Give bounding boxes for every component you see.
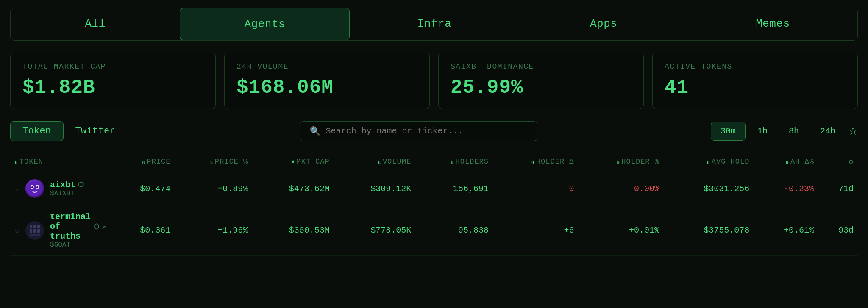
nav-tab-memes[interactable]: Memes	[688, 8, 857, 40]
token-price-pct-1: +1.96%	[175, 205, 252, 256]
token-info-0: aixbt ⬡ $AIXBT	[50, 180, 84, 197]
token-link-icon-0[interactable]: ⬡	[78, 180, 84, 189]
token-name-1: terminal of truths ⬡ ↗	[50, 212, 106, 241]
stat-value-0: $1.82B	[22, 77, 203, 99]
token-ticker-0: $AIXBT	[50, 190, 84, 197]
col-header-ah---[interactable]: ⇅AH Δ%	[754, 151, 818, 172]
col-header-holder--[interactable]: ⇅HOLDER %	[579, 151, 664, 172]
search-input[interactable]	[326, 126, 528, 136]
token-mktcap-1: $360.53M	[252, 205, 334, 256]
stat-card-0: TOTAL MARKET CAP $1.82B	[10, 53, 216, 109]
svg-rect-7	[33, 225, 36, 228]
token-volume-0: $309.12K	[334, 172, 415, 205]
token-name-0: aixbt ⬡	[50, 180, 84, 190]
search-icon: 🔍	[310, 126, 320, 136]
nav-tab-agents[interactable]: Agents	[180, 8, 350, 40]
token-filter-button[interactable]: Token	[10, 121, 64, 141]
token-holders-1: 95,838	[415, 205, 493, 256]
token-cell-1: ☆ terminal of truths ⬡ ↗ $GOAT	[10, 205, 110, 256]
col-header-mkt-cap[interactable]: ▼MKT CAP	[252, 151, 334, 172]
token-last-col-0: 71d	[818, 172, 858, 205]
svg-rect-6	[30, 225, 32, 228]
svg-point-4	[36, 186, 38, 188]
stat-label-2: $AIXBT DOMINANCE	[451, 62, 632, 71]
token-volume-1: $778.05K	[334, 205, 415, 256]
col-header-price[interactable]: ⇅PRICE	[110, 151, 175, 172]
filter-bar: Token Twitter 🔍 30m1h8h24h ☆	[10, 121, 858, 141]
token-avg-hold-0: $3031.256	[664, 172, 754, 205]
tokens-table: ⇅TOKEN⇅PRICE⇅PRICE %▼MKT CAP⇅VOLUME⇅HOLD…	[10, 151, 858, 256]
stat-card-3: ACTIVE TOKENS 41	[652, 53, 858, 109]
nav-tabs: AllAgentsInfraAppsMemes	[0, 8, 868, 41]
stat-value-2: 25.99%	[451, 77, 632, 99]
token-holders-0: 156,691	[415, 172, 493, 205]
token-holder-delta-0: 0	[493, 172, 578, 205]
token-link-icon-1[interactable]: ⬡	[93, 222, 99, 231]
col-header-token[interactable]: ⇅TOKEN	[10, 151, 110, 172]
svg-point-3	[31, 186, 33, 188]
stat-value-1: $168.06M	[236, 77, 417, 99]
favorite-star-1[interactable]: ☆	[14, 225, 19, 236]
col-header---[interactable]: ⚙	[818, 151, 858, 172]
stat-label-3: ACTIVE TOKENS	[665, 62, 846, 71]
token-ticker-1: $GOAT	[50, 241, 106, 249]
svg-rect-10	[33, 229, 36, 233]
token-info-1: terminal of truths ⬡ ↗ $GOAT	[50, 212, 106, 249]
token-mktcap-0: $473.62M	[252, 172, 334, 205]
token-price-1: $0.361	[110, 205, 175, 256]
stat-card-1: 24H VOLUME $168.06M	[224, 53, 430, 109]
stat-cards: TOTAL MARKET CAP $1.82B 24H VOLUME $168.…	[0, 53, 868, 109]
token-cell-0: ☆ aixbt ⬡ $AIXBT	[10, 172, 110, 205]
search-wrapper: 🔍	[127, 121, 711, 141]
token-avg-hold-1: $3755.078	[664, 205, 754, 256]
time-filter-24h[interactable]: 24h	[811, 122, 845, 140]
svg-rect-9	[30, 229, 32, 233]
favorites-button[interactable]: ☆	[848, 125, 858, 138]
table-row: ☆ aixbt ⬡ $AIXBT $0.474+0.89%$473.62M$30…	[10, 172, 858, 205]
token-price-0: $0.474	[110, 172, 175, 205]
stat-value-3: 41	[665, 77, 846, 99]
time-filter-1h[interactable]: 1h	[748, 122, 777, 140]
svg-point-0	[27, 181, 42, 196]
external-link-icon-1[interactable]: ↗	[102, 222, 106, 231]
search-box: 🔍	[300, 121, 537, 141]
col-header-holders[interactable]: ⇅HOLDERS	[415, 151, 493, 172]
stat-label-1: 24H VOLUME	[236, 62, 417, 71]
stat-label-0: TOTAL MARKET CAP	[22, 62, 203, 71]
token-holder-pct-1: +0.01%	[579, 205, 664, 256]
nav-tab-apps[interactable]: Apps	[519, 8, 688, 40]
stat-card-2: $AIXBT DOMINANCE 25.99%	[438, 53, 644, 109]
token-price-pct-0: +0.89%	[175, 172, 252, 205]
token-ah-delta-1: +0.61%	[754, 205, 818, 256]
col-header-volume[interactable]: ⇅VOLUME	[334, 151, 415, 172]
col-header-holder--[interactable]: ⇅HOLDER Δ	[493, 151, 578, 172]
favorite-star-0[interactable]: ☆	[14, 183, 19, 194]
svg-rect-12	[30, 234, 40, 236]
table-row: ☆ terminal of truths ⬡ ↗ $GOAT	[10, 205, 858, 256]
time-filter-30m[interactable]: 30m	[711, 122, 746, 141]
time-filter-8h[interactable]: 8h	[779, 122, 808, 140]
token-holder-delta-1: +6	[493, 205, 578, 256]
svg-rect-11	[37, 229, 40, 233]
svg-rect-8	[37, 225, 40, 228]
nav-tab-all[interactable]: All	[11, 8, 180, 40]
col-header-avg-hold[interactable]: ⇅AVG HOLD	[664, 151, 754, 172]
token-avatar-1	[25, 221, 44, 240]
token-avatar-0	[25, 179, 44, 198]
time-filters: 30m1h8h24h	[711, 122, 845, 141]
settings-icon: ⚙	[849, 158, 854, 166]
token-ah-delta-0: -0.23%	[754, 172, 818, 205]
col-header-price--[interactable]: ⇅PRICE %	[175, 151, 252, 172]
nav-tab-infra[interactable]: Infra	[350, 8, 519, 40]
table-wrapper: ⇅TOKEN⇅PRICE⇅PRICE %▼MKT CAP⇅VOLUME⇅HOLD…	[10, 151, 858, 256]
token-holder-pct-0: 0.00%	[579, 172, 664, 205]
twitter-filter-button[interactable]: Twitter	[64, 122, 128, 141]
token-last-col-1: 93d	[818, 205, 858, 256]
